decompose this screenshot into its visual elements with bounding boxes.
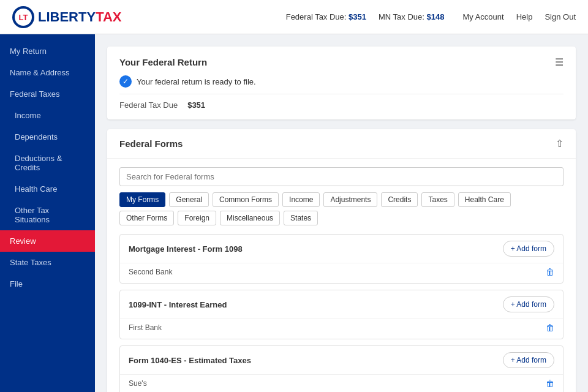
federal-return-card: Your Federal Return ☰ ✓ Your federal ret…	[107, 47, 576, 119]
filter-tag-0[interactable]: My Forms	[119, 192, 165, 207]
filter-tag-6[interactable]: Taxes	[421, 192, 454, 207]
federal-tax-amount: $351	[349, 12, 366, 21]
filter-tag-7[interactable]: Health Care	[458, 192, 511, 207]
tax-due-row: Federal Tax Due $351	[119, 94, 564, 110]
header-nav: My Account Help Sign Out	[462, 12, 576, 21]
check-icon: ✓	[119, 75, 132, 88]
sidebar-item-other-tax[interactable]: Other Tax Situations	[0, 200, 95, 230]
form-item-header-0: Mortgage Interest - Form 1098 + Add form	[120, 235, 563, 263]
form-title-0: Mortgage Interest - Form 1098	[129, 244, 243, 254]
filter-tag-8[interactable]: Other Forms	[119, 211, 174, 225]
my-account-link[interactable]: My Account	[462, 12, 503, 21]
filter-tag-9[interactable]: Foreign	[178, 211, 216, 225]
logo-liberty: LIBERTY	[38, 9, 96, 24]
sidebar-item-federal-taxes[interactable]: Federal Taxes	[0, 83, 95, 105]
form-item-sub-1: First Bank 🗑	[120, 318, 563, 339]
mn-tax-amount: $148	[427, 12, 445, 21]
sign-out-link[interactable]: Sign Out	[545, 12, 576, 21]
sidebar-item-name-address[interactable]: Name & Address	[0, 62, 95, 83]
main-content: Your Federal Return ☰ ✓ Your federal ret…	[95, 34, 588, 392]
search-input[interactable]	[119, 167, 564, 186]
logo-tax: TAX	[96, 9, 121, 24]
form-title-2: Form 1040-ES - Estimated Taxes	[129, 356, 251, 365]
filter-tag-4[interactable]: Adjustments	[323, 192, 377, 207]
form-sub-label-0: Second Bank	[129, 268, 172, 276]
delete-icon-1[interactable]: 🗑	[546, 323, 554, 333]
add-form-button-0[interactable]: + Add form	[503, 241, 554, 257]
tax-info: Federal Tax Due: $351 MN Tax Due: $148	[286, 12, 445, 21]
svg-text:LT: LT	[19, 13, 28, 22]
ready-text: Your federal return is ready to file.	[137, 77, 256, 86]
forms-list: Mortgage Interest - Form 1098 + Add form…	[119, 234, 564, 392]
form-item-0: Mortgage Interest - Form 1098 + Add form…	[119, 234, 564, 284]
form-item-header-2: Form 1040-ES - Estimated Taxes + Add for…	[120, 346, 563, 374]
menu-icon[interactable]: ☰	[555, 56, 564, 68]
delete-icon-2[interactable]: 🗑	[546, 379, 554, 388]
forms-card-header: Federal Forms ⇧	[107, 129, 576, 159]
federal-forms-card: Federal Forms ⇧ My FormsGeneralCommon Fo…	[107, 129, 576, 392]
form-sub-label-2: Sue's	[129, 379, 147, 388]
logo-area: LT LIBERTYTAX	[12, 6, 122, 28]
sidebar-item-file[interactable]: File	[0, 273, 95, 295]
filter-tag-11[interactable]: States	[284, 211, 318, 225]
tax-due-label: Federal Tax Due	[119, 100, 178, 110]
filter-tags: My FormsGeneralCommon FormsIncomeAdjustm…	[119, 192, 564, 225]
sidebar-item-state-taxes[interactable]: State Taxes	[0, 252, 95, 273]
filter-tag-1[interactable]: General	[169, 192, 209, 207]
forms-body: My FormsGeneralCommon FormsIncomeAdjustm…	[107, 159, 576, 392]
mn-tax-info: MN Tax Due: $148	[379, 12, 444, 21]
filter-tag-10[interactable]: Miscellaneous	[220, 211, 280, 225]
sidebar-item-deductions[interactable]: Deductions & Credits	[0, 148, 95, 178]
form-item-2: Form 1040-ES - Estimated Taxes + Add for…	[119, 345, 564, 392]
mn-tax-label: MN Tax Due:	[379, 12, 424, 21]
logo-text: LIBERTYTAX	[38, 9, 122, 25]
form-sub-label-1: First Bank	[129, 323, 162, 332]
form-item-header-1: 1099-INT - Interest Earned + Add form	[120, 290, 563, 318]
form-item-sub-2: Sue's 🗑	[120, 374, 563, 392]
delete-icon-0[interactable]: 🗑	[546, 267, 554, 277]
sidebar-item-review[interactable]: Review	[0, 230, 95, 252]
federal-tax-label: Federal Tax Due:	[286, 12, 347, 21]
federal-return-title: Your Federal Return	[119, 57, 207, 67]
sidebar: My ReturnName & AddressFederal TaxesInco…	[0, 34, 95, 392]
form-title-1: 1099-INT - Interest Earned	[129, 300, 227, 309]
filter-tag-2[interactable]: Common Forms	[213, 192, 279, 207]
collapse-icon[interactable]: ⇧	[556, 138, 564, 149]
add-form-button-1[interactable]: + Add form	[503, 296, 554, 312]
sidebar-item-income[interactable]: Income	[0, 105, 95, 126]
forms-title: Federal Forms	[119, 138, 183, 149]
add-form-button-2[interactable]: + Add form	[503, 352, 554, 368]
card-header: Your Federal Return ☰	[119, 56, 564, 68]
tax-due-amount: $351	[187, 100, 205, 110]
filter-tag-3[interactable]: Income	[282, 192, 320, 207]
liberty-tax-logo-icon: LT	[12, 6, 34, 28]
form-item-1: 1099-INT - Interest Earned + Add form Fi…	[119, 290, 564, 339]
form-item-sub-0: Second Bank 🗑	[120, 263, 563, 283]
header: LT LIBERTYTAX Federal Tax Due: $351 MN T…	[0, 0, 588, 34]
ready-message: ✓ Your federal return is ready to file.	[119, 75, 564, 88]
federal-tax-info: Federal Tax Due: $351	[286, 12, 366, 21]
layout: My ReturnName & AddressFederal TaxesInco…	[0, 34, 588, 392]
sidebar-item-dependents[interactable]: Dependents	[0, 126, 95, 148]
sidebar-item-health-care[interactable]: Health Care	[0, 178, 95, 200]
help-link[interactable]: Help	[516, 12, 533, 21]
sidebar-item-my-return[interactable]: My Return	[0, 40, 95, 62]
filter-tag-5[interactable]: Credits	[381, 192, 418, 207]
